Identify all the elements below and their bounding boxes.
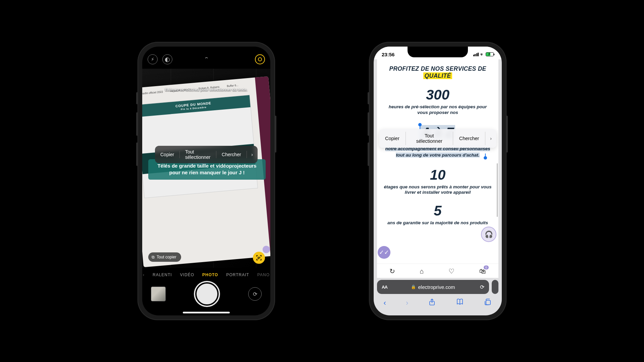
svg-rect-8: [258, 257, 260, 257]
shutter-button[interactable]: [195, 282, 219, 306]
live-text-icon: [256, 254, 262, 261]
tabs-button[interactable]: [484, 298, 492, 308]
selection-confirm-badge[interactable]: ✓✓: [378, 246, 390, 259]
chat-fab-button[interactable]: 🎧: [481, 227, 496, 242]
reload-icon[interactable]: ⟳: [480, 284, 484, 290]
stat-300-text: heures de pré-sélection par nos équipes …: [384, 104, 492, 116]
flash-icon[interactable]: ⚡︎: [148, 54, 158, 64]
mode-portrait[interactable]: PORTRAIT: [226, 273, 249, 277]
lock-icon: 🔒: [411, 285, 416, 289]
stat-5-number: 5: [384, 203, 492, 219]
safari-screen: 23:56 ᯤ ⚡︎ PROFITEZ DE NOS SERVICES DE Q…: [374, 47, 502, 315]
phone-frame-right: 23:56 ᯤ ⚡︎ PROFITEZ DE NOS SERVICES DE Q…: [369, 42, 506, 320]
selected-text-line2: pour ne rien manquer le jour J !: [153, 169, 261, 176]
menu-copy[interactable]: Copier: [155, 148, 179, 161]
stat-10-number: 10: [384, 167, 492, 183]
scene-chat-avatar-icon: [262, 245, 270, 253]
tabs-icon: [484, 298, 492, 306]
svg-rect-1: [257, 255, 257, 257]
menu-more-icon[interactable]: ›: [247, 148, 258, 161]
svg-rect-12: [486, 300, 490, 305]
copy-icon: ⧉: [152, 255, 155, 259]
tab-history-icon[interactable]: ↻: [389, 267, 395, 275]
site-tabbar: ↻ ⌂ ♡ 🛍 0: [377, 263, 498, 278]
url-text: electroprive.com: [418, 284, 455, 290]
menu-more-icon[interactable]: ›: [485, 132, 496, 145]
double-check-icon: ✓✓: [379, 249, 389, 256]
headset-icon: 🎧: [485, 230, 493, 238]
text-selection-menu: Copier Tout sélectionner Chercher ›: [155, 146, 258, 163]
tab-cart-icon[interactable]: 🛍 0: [479, 267, 486, 275]
live-photo-icon[interactable]: [255, 54, 265, 64]
stat-300-number: 300: [384, 87, 492, 103]
battery-icon: ⚡︎: [486, 52, 494, 56]
svg-rect-5: [257, 259, 257, 260]
live-text-hint: Balayez ou touchez pour sélectionner du …: [142, 87, 270, 92]
wifi-icon: ᯤ: [480, 52, 484, 57]
book-icon: [456, 298, 464, 306]
svg-rect-9: [258, 258, 260, 258]
mode-ralenti[interactable]: RALENTI: [153, 273, 172, 277]
last-photo-thumbnail[interactable]: [151, 287, 166, 301]
page-heading: PROFITEZ DE NOS SERVICES DE QUALITÉ: [384, 65, 492, 79]
live-text-toggle-button[interactable]: [253, 252, 265, 264]
menu-search[interactable]: Chercher: [453, 132, 485, 145]
status-time: 23:56: [382, 52, 394, 57]
stat-5-text: ans de garantie sur la majorité de nos p…: [384, 220, 492, 226]
camera-mode-selector[interactable]: ‹ RALENTI VIDÉO PHOTO PORTRAIT PANO: [142, 270, 270, 279]
mode-pano[interactable]: PANO: [257, 273, 270, 277]
mode-video[interactable]: VIDÉO: [180, 273, 194, 277]
menu-search[interactable]: Chercher: [216, 148, 247, 161]
phone-frame-left: ● ⚡︎ ◐ ⌃ Post LinkedIn officiel 2022 Rés…: [138, 42, 275, 320]
mode-scroll-left-icon[interactable]: ‹: [143, 273, 145, 277]
bookmarks-button[interactable]: [456, 298, 464, 308]
svg-rect-10: [258, 259, 259, 259]
menu-select-all[interactable]: Tout sélectionner: [406, 129, 453, 148]
cellular-signal-icon: [473, 53, 479, 56]
forward-button: ›: [406, 299, 408, 307]
svg-rect-3: [261, 255, 262, 257]
selected-text-line1: Télés de grande taille et vidéoprojecteu…: [153, 163, 261, 169]
camera-bottom-controls: ⟳: [142, 279, 270, 315]
scroll-indicator[interactable]: [497, 163, 498, 217]
share-icon: [428, 298, 436, 306]
tab-favorites-icon[interactable]: ♡: [448, 267, 454, 275]
stat-10-text: étages que nous serons prêts à monter po…: [384, 184, 492, 196]
tab-home-icon[interactable]: ⌂: [420, 267, 424, 275]
share-button[interactable]: [428, 298, 436, 308]
camera-viewfinder[interactable]: Post LinkedIn officiel 2022 Résumé Linke…: [142, 69, 270, 268]
home-indicator[interactable]: [183, 312, 230, 313]
url-field[interactable]: AA 🔒 electroprive.com ⟳: [377, 280, 489, 294]
cart-badge: 0: [484, 265, 489, 269]
text-selection-menu: Copier Tout sélectionner Chercher ›: [379, 129, 496, 148]
safari-toolbar: ‹ ›: [374, 296, 502, 315]
night-mode-icon[interactable]: ◐: [162, 54, 172, 64]
url-field-peek[interactable]: [492, 280, 498, 294]
safari-url-bar: AA 🔒 electroprive.com ⟳: [377, 280, 498, 294]
camera-app-screen: ● ⚡︎ ◐ ⌃ Post LinkedIn officiel 2022 Rés…: [142, 47, 270, 315]
svg-rect-7: [261, 259, 262, 260]
copy-all-label: Tout copier: [157, 255, 176, 259]
flip-camera-button[interactable]: ⟳: [248, 287, 262, 301]
mode-photo[interactable]: PHOTO: [202, 273, 218, 277]
webpage-content[interactable]: PROFITEZ DE NOS SERVICES DE QUALITÉ 300 …: [377, 59, 498, 263]
menu-select-all[interactable]: Tout sélectionner: [180, 146, 216, 163]
text-size-button[interactable]: AA: [382, 285, 387, 290]
menu-copy[interactable]: Copier: [379, 132, 406, 145]
copy-all-button[interactable]: ⧉ Tout copier: [148, 252, 181, 262]
back-button[interactable]: ‹: [384, 299, 386, 307]
